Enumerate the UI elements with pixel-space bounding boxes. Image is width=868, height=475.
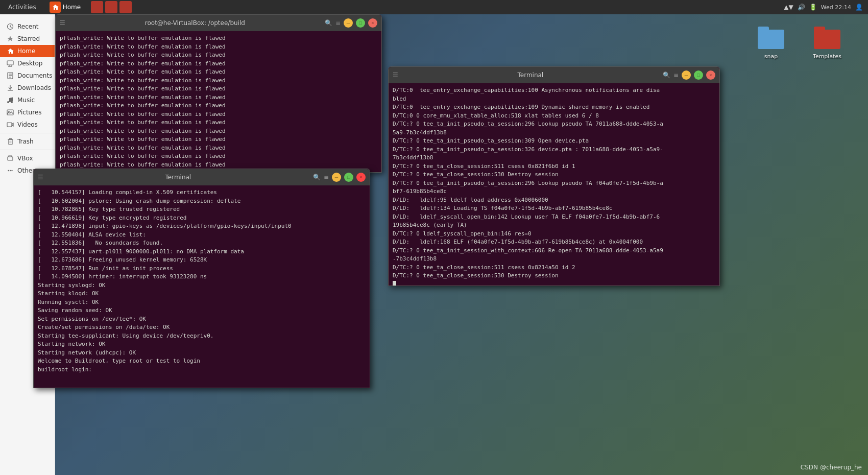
taskbar-home-app[interactable]: Home [50,2,81,13]
templates-folder-icon [814,25,840,51]
terminal-line: D/LD: ldelf:95 ldelf load address 0x4000… [393,196,715,205]
trash-icon [6,137,14,146]
terminal-3-menu-icon: ☰ [393,72,398,79]
svg-marker-3 [7,36,13,41]
terminal-2-maximize-btn[interactable]: □ [344,173,353,182]
sidebar-item-vbox[interactable]: VBox [0,152,55,164]
svg-point-23 [11,170,12,171]
terminal-line: [ 12.678547] Run /init as init process [38,265,366,273]
terminal-line: pflash_write: Write to buffer emulation … [60,102,377,110]
sidebar-item-desktop[interactable]: Desktop [0,57,55,69]
sidebar-section-places: Recent Starred Home Desktop [0,18,55,179]
desktop-icon-templates[interactable]: Templates [807,25,848,60]
sidebar-item-starred[interactable]: Starred [0,33,55,45]
music-icon [6,96,14,104]
terminal-line: D/TC:? 0 tee_ta_init_pseudo_ta_session:2… [393,179,715,188]
desktop-icon [6,59,14,67]
terminal-2-close-btn[interactable]: × [356,173,366,182]
terminal-3-content[interactable]: D/TC:0 tee_entry_exchange_capabilities:1… [389,83,719,286]
terminal-line: D/TC:? 0 ldelf_syscall_open_bin:146 res=… [393,230,715,239]
templates-label: Templates [813,53,841,60]
terminal-3-close-btn[interactable]: × [706,70,715,80]
terminal-line: [ 12.673686] Freeing unused kernel memor… [38,256,366,265]
terminal-line: pflash_write: Write to buffer emulation … [60,34,377,43]
sidebar-recent-label: Recent [17,23,38,30]
terminal-line: D/TC:0 tee_entry_exchange_capabilities:1… [393,103,715,112]
terminal-line: [ 10.602004] pstore: Using crash dump co… [38,197,366,206]
terminal-line: D/LD: ldelf_syscall_open_bin:142 Lookup … [393,213,715,222]
star-icon [6,35,14,43]
sidebar-item-downloads[interactable]: Downloads [0,82,55,94]
clock-icon [6,22,14,31]
sidebar-item-music[interactable]: Music [0,94,55,106]
desktop-icon-videos[interactable]: Videos [863,25,868,60]
terminal-3-search-icon[interactable]: 🔍 [663,72,670,79]
terminal-3-menu2-icon[interactable]: ≡ [673,72,679,79]
other-icon [6,167,14,175]
terminal-window-boot: ☰ Terminal 🔍 ≡ ─ □ × [ 10.544157] Loadin… [33,169,370,388]
taskbar-terminal-3[interactable] [119,1,132,13]
terminal-line: 7b3c4ddf13b8 [393,154,715,162]
taskbar-terminal-1[interactable] [91,1,103,13]
activities-label[interactable]: Activities [5,4,39,11]
terminal-line: -7b3c4ddf13b8 [393,255,715,264]
sidebar-item-trash[interactable]: Trash [0,135,55,148]
terminal-line: pflash_write: Write to buffer emulation … [60,118,377,127]
sidebar-music-label: Music [17,97,35,104]
sidebar-item-recent[interactable]: Recent [0,20,55,33]
terminal-3-minimize-btn[interactable]: ─ [682,70,691,80]
terminal-line: Set permissions on /dev/tee*: OK [38,315,366,324]
terminal-2-content[interactable]: [ 10.544157] Loading compiled-in X.509 c… [34,185,370,388]
taskbar-terminal-2[interactable] [105,1,117,13]
sidebar-home-label: Home [17,48,35,55]
terminal-line: Starting klogd: OK [38,290,366,298]
terminal-1-content[interactable]: pflash_write: Write to buffer emulation … [56,31,381,172]
vbox-icon [6,154,14,162]
taskbar-apps: Activities Home [0,1,784,13]
terminal-1-close-btn[interactable]: × [368,18,377,28]
titlebar-3-left-icons: ☰ [393,72,398,79]
sidebar-item-documents[interactable]: Documents [0,69,55,82]
desktop-icon-row-1: snap Templates Videos [751,25,868,60]
terminal-line: Welcome to Buildroot, type root or test … [38,357,366,366]
terminal-line: Starting network (udhcpc): OK [38,349,366,358]
terminal-2-title: Terminal [43,174,313,181]
sidebar-item-home[interactable]: Home [0,45,55,57]
terminal-line: 19b85b4ce8c (early TA) [393,221,715,230]
home-icon [6,47,14,55]
terminal-line: [ 10.782865] Key type trusted registered [38,205,366,214]
desktop-icon-snap[interactable]: snap [751,25,791,60]
terminal-2-menu2-icon[interactable]: ≡ [324,174,329,181]
terminal-1-minimize-btn[interactable]: ─ [344,18,353,28]
terminal-line: pflash_write: Write to buffer emulation … [60,152,377,161]
taskbar-time: Wed 22:14 [821,4,851,11]
terminal-1-menu2-icon[interactable]: ≡ [335,19,341,27]
top-panel: Activities Home ▲▼ 🔊 🔋 Wed 22:14 👤 [0,0,868,14]
sidebar-vbox-label: VBox [17,155,33,162]
svg-rect-4 [7,61,13,65]
terminal-line: pflash_write: Write to buffer emulation … [60,85,377,93]
terminal-1-search-icon[interactable]: 🔍 [325,19,332,27]
sidebar-item-videos[interactable]: Videos [0,118,55,131]
terminal-3-maximize-btn[interactable]: □ [694,70,703,80]
sidebar-item-pictures[interactable]: Pictures [0,106,55,118]
terminal-line: [ 12.557437] uart-pl011 9000000.pl011: n… [38,248,366,256]
terminal-1-maximize-btn[interactable]: □ [356,18,365,28]
terminal-2-search-icon[interactable]: 🔍 [313,174,321,181]
taskbar-battery-icon: 🔋 [809,4,817,11]
terminal-window-optee: ☰ root@he-VirtualBox: /optee/build 🔍 ≡ ─… [55,14,382,173]
svg-line-2 [10,27,12,28]
terminal-2-minimize-btn[interactable]: ─ [332,173,341,182]
terminal-line: pflash_write: Write to buffer emulation … [60,68,377,77]
sidebar-pictures-label: Pictures [17,109,42,116]
taskbar-terminal-icons [91,1,132,13]
terminal-line: Starting tee-supplicant: Using device /d… [38,332,366,341]
terminal-line: pflash_write: Write to buffer emulation … [60,60,377,68]
svg-point-21 [8,170,9,171]
terminal-line: [ 12.551836] No soundcards found. [38,239,366,248]
taskbar-user-icon[interactable]: 👤 [855,4,863,11]
terminal-line: Saving random seed: OK [38,306,366,315]
snap-folder-icon [758,25,784,51]
terminal-line: D/TC:? 0 tee_ta_init_pseudo_ta_session:3… [393,137,715,146]
home-app-label: Home [63,4,81,11]
